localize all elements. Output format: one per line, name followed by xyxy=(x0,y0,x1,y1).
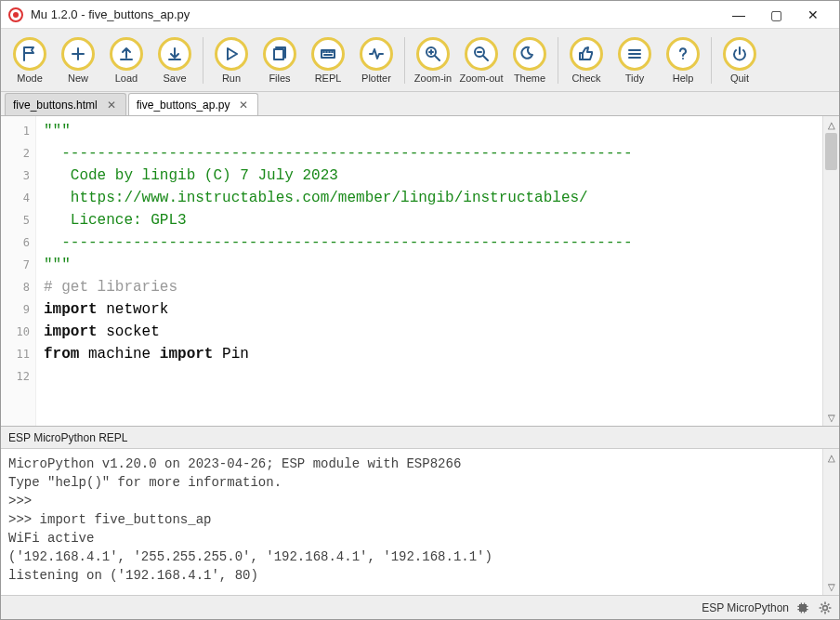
window-title: Mu 1.2.0 - five_buttons_ap.py xyxy=(31,7,720,21)
tool-label: Help xyxy=(673,73,694,84)
help-button[interactable]: Help xyxy=(660,32,706,89)
zoomin-icon xyxy=(416,37,450,71)
quit-button[interactable]: Quit xyxy=(716,32,763,89)
moon-icon xyxy=(513,37,546,71)
tool-label: Plotter xyxy=(361,73,391,84)
repl-header: ESP MicroPython REPL xyxy=(1,426,839,448)
close-icon[interactable]: ✕ xyxy=(237,99,250,112)
svg-rect-0 xyxy=(799,604,807,612)
repl-panel: MicroPython v1.20.0 on 2023-04-26; ESP m… xyxy=(1,448,839,595)
app-icon xyxy=(8,7,23,22)
tool-label: Load xyxy=(115,73,138,84)
plotter-button[interactable]: Plotter xyxy=(353,32,400,89)
gear-icon[interactable] xyxy=(817,600,833,616)
tool-label: Theme xyxy=(514,73,545,84)
tool-label: Files xyxy=(269,73,290,84)
download-icon xyxy=(158,37,191,71)
tab-five_buttons-html[interactable]: five_buttons.html✕ xyxy=(5,93,126,115)
tidy-button[interactable]: Tidy xyxy=(611,32,658,89)
scroll-down-icon[interactable]: ▽ xyxy=(823,409,839,426)
toolbar: ModeNewLoadSaveRunFilesREPLPlotterZoom-i… xyxy=(1,29,839,92)
zoomout-icon xyxy=(465,37,498,71)
tool-label: New xyxy=(68,73,88,84)
load-button[interactable]: Load xyxy=(103,32,150,89)
window-controls: ― ▢ ✕ xyxy=(720,2,832,28)
tab-label: five_buttons.html xyxy=(13,99,98,112)
tab-five_buttons_ap-py[interactable]: five_buttons_ap.py✕ xyxy=(128,93,259,115)
tool-label: Run xyxy=(222,73,241,84)
save-button[interactable]: Save xyxy=(151,32,198,89)
minimize-button[interactable]: ― xyxy=(720,2,757,28)
flag-icon xyxy=(13,37,46,71)
line-gutter: 123456789101112 xyxy=(1,116,36,426)
scroll-up-icon[interactable]: △ xyxy=(823,449,839,466)
chip-icon[interactable] xyxy=(794,600,811,616)
code-area[interactable]: """ ------------------------------------… xyxy=(36,116,822,426)
upload-icon xyxy=(110,37,143,71)
zoom-out-button[interactable]: Zoom-out xyxy=(458,32,505,89)
power-icon xyxy=(723,37,756,71)
mode-button[interactable]: Mode xyxy=(7,32,53,89)
repl-scrollbar[interactable]: △ ▽ xyxy=(822,449,839,595)
maximize-button[interactable]: ▢ xyxy=(757,2,794,28)
tool-label: Quit xyxy=(730,73,749,84)
scroll-thumb[interactable] xyxy=(825,133,837,170)
repl-output[interactable]: MicroPython v1.20.0 on 2023-04-26; ESP m… xyxy=(1,449,822,595)
tool-label: Zoom-out xyxy=(459,73,503,84)
plus-icon xyxy=(61,37,95,71)
new-button[interactable]: New xyxy=(55,32,101,89)
svg-point-1 xyxy=(823,605,828,610)
thumb-icon xyxy=(570,37,603,71)
run-button[interactable]: Run xyxy=(208,32,255,89)
status-bar: ESP MicroPython xyxy=(1,595,839,619)
tool-label: Save xyxy=(163,73,186,84)
close-icon[interactable]: ✕ xyxy=(105,99,118,112)
theme-button[interactable]: Theme xyxy=(506,32,553,89)
status-mode: ESP MicroPython xyxy=(702,601,789,614)
question-icon xyxy=(666,37,700,71)
files-button[interactable]: Files xyxy=(256,32,303,89)
repl-title: ESP MicroPython REPL xyxy=(8,431,128,444)
tool-label: Tidy xyxy=(625,73,644,84)
scroll-up-icon[interactable]: △ xyxy=(823,116,839,133)
play-icon xyxy=(215,37,248,71)
zoom-in-button[interactable]: Zoom-in xyxy=(410,32,456,89)
pulse-icon xyxy=(360,37,393,71)
keyboard-icon xyxy=(311,37,345,71)
tab-label: five_buttons_ap.py xyxy=(137,99,230,112)
editor-scrollbar[interactable]: △ ▽ xyxy=(822,116,839,426)
check-button[interactable]: Check xyxy=(563,32,610,89)
tool-label: REPL xyxy=(315,73,342,84)
tool-label: Zoom-in xyxy=(414,73,452,84)
lines-icon xyxy=(618,37,651,71)
repl-button[interactable]: REPL xyxy=(305,32,351,89)
tool-label: Mode xyxy=(17,73,43,84)
editor-tabs: five_buttons.html✕five_buttons_ap.py✕ xyxy=(1,92,839,116)
close-button[interactable]: ✕ xyxy=(794,2,832,28)
titlebar: Mu 1.2.0 - five_buttons_ap.py ― ▢ ✕ xyxy=(1,1,839,29)
tool-label: Check xyxy=(571,73,600,84)
scroll-down-icon[interactable]: ▽ xyxy=(823,578,839,595)
files-icon xyxy=(263,37,296,71)
editor: 123456789101112 """ --------------------… xyxy=(1,116,839,426)
